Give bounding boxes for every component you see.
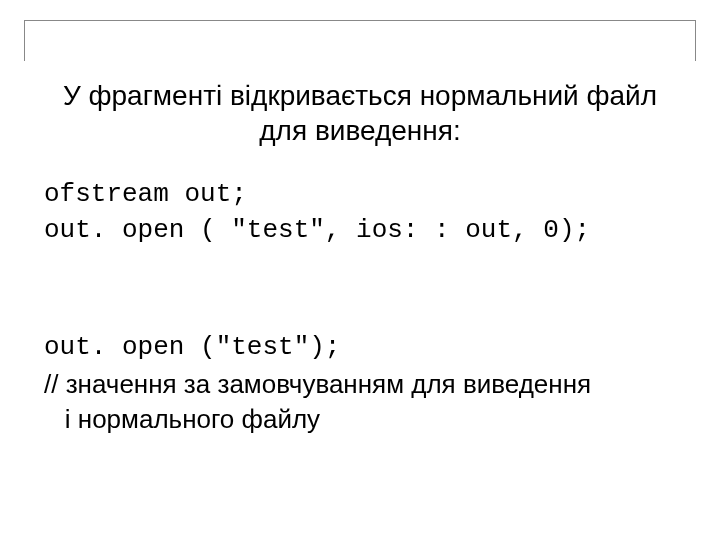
slide-content: У фрагменті відкривається нормальний фай… [44,78,676,437]
code-block-1: ofstream out; out. open ( "test", ios: :… [44,176,676,249]
comment-text-1: // значення за замовчуванням для виведен… [44,369,591,399]
code-line: ofstream out; [44,176,676,212]
slide: У фрагменті відкривається нормальний фай… [0,0,720,540]
code-line: out. open ("test"); [44,329,676,365]
slide-title: У фрагменті відкривається нормальний фай… [44,78,676,148]
title-line-1: У фрагменті відкривається нормальний фай… [63,80,657,111]
title-line-2: для виведення: [259,115,460,146]
code-block-2: out. open ("test"); // значення за замов… [44,329,676,438]
comment-text-2: і нормального файлу [65,404,320,434]
code-line: out. open ( "test", ios: : out, 0); [44,212,676,248]
decorative-frame [24,20,696,61]
comment-line: // значення за замовчуванням для виведен… [44,367,676,437]
